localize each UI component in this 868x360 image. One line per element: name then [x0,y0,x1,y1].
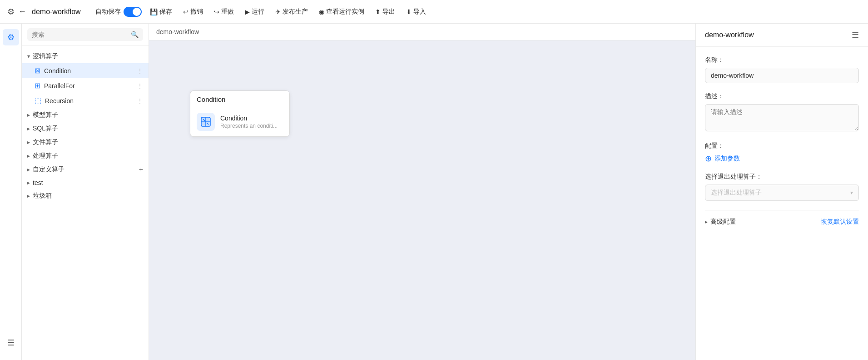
back-button[interactable] [18,7,26,16]
tree-group-custom: ▸ 自定义算子 + [22,163,149,176]
add-param-plus-icon: ⊕ [705,154,712,164]
save-button[interactable]: 💾 保存 [145,6,177,18]
parallelfor-more-icon[interactable]: ⋮ [137,82,143,90]
advanced-section: ▸ 高级配置 恢复默认设置 [705,210,859,226]
view-instances-label: 查看运行实例 [326,8,364,16]
select-exit-label: 选择退出处理算子： [705,173,859,181]
select-exit-arrow-icon: ▾ [850,190,853,196]
view-instances-button[interactable]: ◉ 查看运行实例 [314,6,369,18]
gear-icon[interactable] [7,7,15,17]
run-button[interactable]: ▶ 运行 [240,6,269,18]
condition-label: Condition [44,67,137,75]
tree-arrow-model: ▸ [27,112,30,118]
select-exit-section: 选择退出处理算子： 选择退出处理算子 ▾ [705,173,859,201]
right-panel-header: demo-workflow ☰ [696,24,868,47]
save-icon: 💾 [150,8,158,15]
tree-arrow-trash: ▸ [27,193,30,199]
tree-group-label-test: test [33,179,43,186]
sidebar-icon-settings[interactable]: ⚙ [3,29,19,45]
left-panel: 🔍 ▾ 逻辑算子 ⊠ Condition ⋮ ⊞ ParallelFor ⋮ [22,24,149,360]
tree-item-recursion[interactable]: ⬚ Recursion ⋮ [22,93,149,108]
right-panel: demo-workflow ☰ 名称： 描述： 配置： ⊕ 添加参数 [695,24,868,360]
publish-icon: ✈ [275,8,281,15]
sidebar-icon-bottom: ☰ [3,335,19,360]
tree-group-header-model[interactable]: ▸ 模型算子 [22,108,149,122]
parallelfor-label: ParallelFor [44,82,137,90]
tree-group-header-file[interactable]: ▸ 文件算子 [22,135,149,149]
desc-field-label: 描述： [705,92,859,100]
wf-node-name: Condition [220,115,278,122]
advanced-arrow-icon: ▸ [705,219,708,225]
tree-group-sql: ▸ SQL算子 [22,122,149,135]
desc-field-textarea[interactable] [705,104,859,131]
tree-group-header-custom[interactable]: ▸ 自定义算子 + [22,163,149,176]
tree-group-file: ▸ 文件算子 [22,135,149,149]
recursion-more-icon[interactable]: ⋮ [137,97,143,105]
topbar: demo-workflow 自动保存 💾 保存 ↩ 撤销 ↪ 重做 ▶ 运行 ✈… [0,0,868,24]
autosave-toggle-switch[interactable] [124,7,142,17]
redo-button[interactable]: ↪ 重做 [209,6,238,18]
canvas-breadcrumb: demo-workflow [149,24,695,40]
run-label: 运行 [252,8,264,16]
tree-group-label-logic: 逻辑算子 [33,52,58,60]
tree-group-header-sql[interactable]: ▸ SQL算子 [22,122,149,135]
wf-node-body: Condition Represents an conditi... [190,107,289,136]
autosave-toggle[interactable] [124,7,142,17]
publish-button[interactable]: ✈ 发布生产 [271,6,312,18]
tree-group-label-custom: 自定义算子 [33,165,64,174]
tree-arrow-custom: ▸ [27,166,30,173]
save-label: 保存 [159,8,172,16]
desc-field-group: 描述： [705,92,859,133]
tree-group-header-test[interactable]: ▸ test [22,176,149,189]
workflow-node-condition[interactable]: Condition Condition Represents an [190,90,290,137]
wf-node-header: Condition [190,91,289,107]
right-panel-body: 名称： 描述： 配置： ⊕ 添加参数 选择退出处理算子： 选择退出处理 [696,47,868,235]
wf-node-info: Condition Represents an conditi... [220,115,278,129]
wf-node-desc: Represents an conditi... [220,123,278,129]
add-param-button[interactable]: ⊕ 添加参数 [705,154,740,164]
export-button[interactable]: ⬆ 导出 [371,6,400,18]
search-input-wrap[interactable]: 🔍 [27,28,143,41]
wf-node-icon [197,113,215,131]
tree-group-header-process[interactable]: ▸ 处理算子 [22,149,149,163]
export-label: 导出 [382,8,395,16]
advanced-toggle[interactable]: ▸ 高级配置 [705,218,736,226]
select-exit-input[interactable]: 选择退出处理算子 ▾ [705,185,859,201]
canvas-body[interactable]: Condition Condition Represents an [149,40,695,360]
tree-group-header-logic[interactable]: ▾ 逻辑算子 [22,50,149,63]
restore-defaults-button[interactable]: 恢复默认设置 [821,218,859,226]
tree-group-process: ▸ 处理算子 [22,149,149,163]
tree-group-trash: ▸ 垃圾箱 [22,189,149,203]
sidebar-icon-menu[interactable]: ☰ [3,335,19,351]
publish-label: 发布生产 [283,8,308,16]
custom-add-icon[interactable]: + [139,165,143,174]
import-button[interactable]: ⬇ 导入 [402,6,431,18]
name-field-group: 名称： [705,56,859,83]
component-tree: ▾ 逻辑算子 ⊠ Condition ⋮ ⊞ ParallelFor ⋮ ⬚ R… [22,46,149,360]
undo-button[interactable]: ↩ 撤销 [179,6,208,18]
import-icon: ⬇ [406,8,412,15]
tree-group-label-trash: 垃圾箱 [33,192,52,200]
tree-group-label-model: 模型算子 [33,111,58,119]
tree-group-logic: ▾ 逻辑算子 ⊠ Condition ⋮ ⊞ ParallelFor ⋮ ⬚ R… [22,50,149,108]
undo-label: 撤销 [190,8,203,16]
workflow-title: demo-workflow [32,8,81,16]
parallelfor-icon: ⊞ [35,81,40,90]
search-input[interactable] [32,31,128,38]
tree-group-header-trash[interactable]: ▸ 垃圾箱 [22,189,149,203]
main-layout: ⚙ ☰ 🔍 ▾ 逻辑算子 ⊠ Condition ⋮ [0,24,868,360]
name-field-label: 名称： [705,56,859,64]
right-panel-menu-icon[interactable]: ☰ [852,30,859,40]
add-param-label: 添加参数 [714,155,740,163]
tree-arrow-process: ▸ [27,153,30,159]
run-icon: ▶ [245,8,250,15]
export-icon: ⬆ [375,8,381,15]
advanced-label: 高级配置 [710,218,736,226]
search-wrap: 🔍 [22,24,149,46]
tree-item-condition[interactable]: ⊠ Condition ⋮ [22,63,149,78]
condition-icon: ⊠ [35,66,40,75]
tree-arrow-file: ▸ [27,139,30,145]
tree-item-parallelfor[interactable]: ⊞ ParallelFor ⋮ [22,78,149,93]
condition-more-icon[interactable]: ⋮ [137,67,143,75]
name-field-input[interactable] [705,68,859,83]
